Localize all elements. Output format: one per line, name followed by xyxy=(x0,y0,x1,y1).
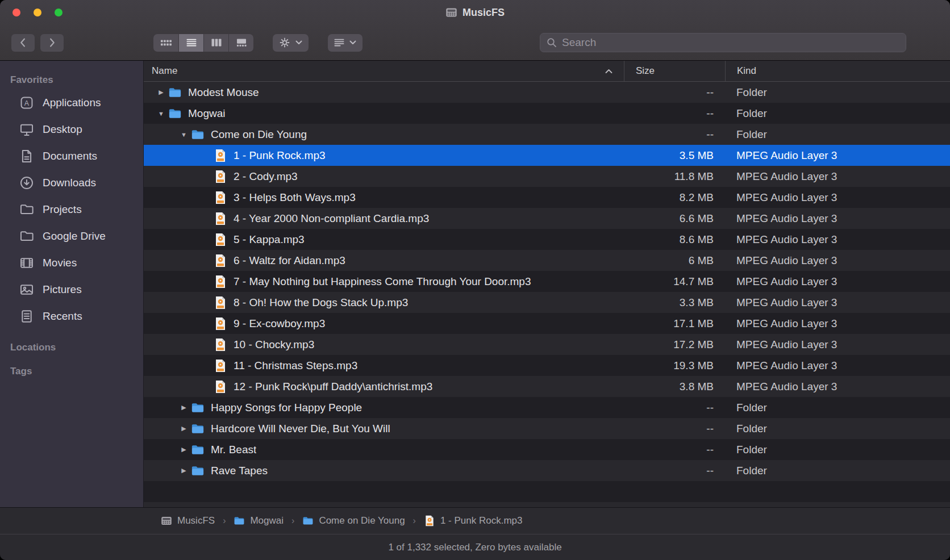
file-name: Come on Die Young xyxy=(211,128,307,141)
window-title: MusicFS xyxy=(445,7,505,19)
column-header-label: Size xyxy=(636,65,655,77)
traffic-light-zoom[interactable] xyxy=(55,9,63,16)
column-header-name[interactable]: Name xyxy=(144,61,624,81)
folder-row[interactable]: ▶Modest Mouse--Folder xyxy=(144,82,950,103)
sidebar-item-downloads[interactable]: Downloads xyxy=(0,169,143,196)
disclosure-closed-icon[interactable]: ▶ xyxy=(154,89,168,96)
drive-icon xyxy=(161,515,172,526)
folder-row[interactable]: ▼Mogwai--Folder xyxy=(144,103,950,124)
folder-row[interactable]: ▶Happy Songs for Happy People--Folder xyxy=(144,397,950,418)
icon-view-button[interactable] xyxy=(153,34,178,52)
back-button[interactable] xyxy=(11,34,35,52)
column-header-size[interactable]: Size xyxy=(624,61,725,81)
file-row[interactable]: 10 - Chocky.mp317.2 MBMPEG Audio Layer 3 xyxy=(144,334,950,355)
forward-button[interactable] xyxy=(40,34,64,52)
traffic-light-close[interactable] xyxy=(13,9,20,16)
file-row[interactable]: 4 - Year 2000 Non-compliant Cardia.mp36.… xyxy=(144,208,950,229)
file-size: 3.3 MB xyxy=(624,292,725,313)
disclosure-closed-icon[interactable]: ▶ xyxy=(177,404,191,411)
mp3-icon xyxy=(214,212,227,225)
file-size: 3.5 MB xyxy=(624,145,725,166)
sidebar-item-label: Downloads xyxy=(43,177,96,189)
path-bar: MusicFS›Mogwai›Come on Die Young›1 - Pun… xyxy=(0,507,950,534)
mp3-icon xyxy=(214,338,227,352)
search-input[interactable] xyxy=(562,36,899,49)
icon-view-icon xyxy=(160,39,172,47)
file-kind: Folder xyxy=(725,439,950,460)
traffic-lights xyxy=(13,0,63,25)
sidebar-item-pictures[interactable]: Pictures xyxy=(0,276,143,303)
file-size: -- xyxy=(624,124,725,145)
movies-icon xyxy=(19,256,34,270)
sidebar-item-documents[interactable]: Documents xyxy=(0,143,143,169)
file-row[interactable]: 1 - Punk Rock.mp33.5 MBMPEG Audio Layer … xyxy=(144,145,950,166)
sidebar-item-label: Desktop xyxy=(43,123,82,136)
file-row[interactable]: 11 - Christmas Steps.mp319.3 MBMPEG Audi… xyxy=(144,355,950,376)
disclosure-closed-icon[interactable]: ▶ xyxy=(177,425,191,432)
chevron-down-icon xyxy=(295,40,302,45)
disclosure-closed-icon[interactable]: ▶ xyxy=(177,467,191,474)
folder-row[interactable]: ▼Come on Die Young--Folder xyxy=(144,124,950,145)
mp3-icon xyxy=(424,515,435,526)
column-view-button[interactable] xyxy=(203,34,228,52)
path-item[interactable]: Mogwai xyxy=(234,515,284,526)
column-view-icon xyxy=(211,39,222,47)
file-row[interactable]: 9 - Ex-cowboy.mp317.1 MBMPEG Audio Layer… xyxy=(144,313,950,334)
file-row[interactable]: 3 - Helps Both Ways.mp38.2 MBMPEG Audio … xyxy=(144,187,950,208)
disclosure-open-icon[interactable]: ▼ xyxy=(154,110,168,117)
search-icon xyxy=(547,37,557,48)
sidebar-item-label: Movies xyxy=(43,257,77,269)
search-field[interactable] xyxy=(540,33,906,52)
folder-icon xyxy=(234,515,245,526)
mp3-icon xyxy=(214,254,227,268)
file-list: ▶Modest Mouse--Folder▼Mogwai--Folder▼Com… xyxy=(144,82,950,507)
sidebar-item-projects[interactable]: Projects xyxy=(0,196,143,223)
column-header-kind[interactable]: Kind xyxy=(725,61,950,81)
file-row[interactable]: 7 - May Nothing but Happiness Come Throu… xyxy=(144,271,950,292)
traffic-light-minimize[interactable] xyxy=(34,9,41,16)
view-switcher xyxy=(153,34,253,52)
path-item[interactable]: Come on Die Young xyxy=(302,515,405,526)
file-kind: Folder xyxy=(725,397,950,418)
sidebar-item-desktop[interactable]: Desktop xyxy=(0,116,143,143)
folder-row[interactable]: ▶Mr. Beast--Folder xyxy=(144,439,950,460)
action-menu-button[interactable] xyxy=(273,34,309,52)
folder-row[interactable]: ▶Hardcore Will Never Die, But You Will--… xyxy=(144,418,950,439)
list-view-button[interactable] xyxy=(178,34,203,52)
file-name: 8 - Oh! How the Dogs Stack Up.mp3 xyxy=(234,296,408,309)
sidebar-item-recents[interactable]: Recents xyxy=(0,303,143,329)
file-name: 6 - Waltz for Aidan.mp3 xyxy=(234,254,345,267)
path-separator-icon: › xyxy=(223,516,226,526)
sidebar-section-title: Locations xyxy=(0,342,143,353)
group-menu-button[interactable] xyxy=(328,34,363,52)
column-header-label: Name xyxy=(152,65,177,77)
sidebar-item-movies[interactable]: Movies xyxy=(0,249,143,276)
disclosure-closed-icon[interactable]: ▶ xyxy=(177,446,191,453)
sidebar-item-google-drive[interactable]: Google Drive xyxy=(0,223,143,249)
mp3-icon xyxy=(214,191,227,204)
file-row[interactable]: 6 - Waltz for Aidan.mp36 MBMPEG Audio La… xyxy=(144,250,950,271)
file-name: 5 - Kappa.mp3 xyxy=(234,233,305,246)
folder-icon xyxy=(191,464,205,478)
gallery-view-button[interactable] xyxy=(228,34,253,52)
path-item[interactable]: MusicFS xyxy=(161,515,215,526)
file-row[interactable]: 2 - Cody.mp311.8 MBMPEG Audio Layer 3 xyxy=(144,166,950,187)
path-item[interactable]: 1 - Punk Rock.mp3 xyxy=(424,515,523,526)
svg-text:A: A xyxy=(24,99,30,107)
disclosure-open-icon[interactable]: ▼ xyxy=(177,131,191,138)
file-name: Rave Tapes xyxy=(211,465,268,477)
file-size: 17.1 MB xyxy=(624,313,725,334)
file-size: -- xyxy=(624,103,725,124)
file-size: -- xyxy=(624,82,725,103)
folder-icon xyxy=(168,86,182,99)
file-kind: Folder xyxy=(725,103,950,124)
folder-row[interactable]: ▶Rave Tapes--Folder xyxy=(144,460,950,481)
sidebar-item-applications[interactable]: AApplications xyxy=(0,89,143,116)
file-row[interactable]: 5 - Kappa.mp38.6 MBMPEG Audio Layer 3 xyxy=(144,229,950,250)
file-kind: MPEG Audio Layer 3 xyxy=(725,376,950,397)
file-row[interactable]: 12 - Punk Rock\puff Daddy\antichrist.mp3… xyxy=(144,376,950,397)
mp3-icon xyxy=(214,359,227,373)
file-row[interactable]: 8 - Oh! How the Dogs Stack Up.mp33.3 MBM… xyxy=(144,292,950,313)
path-separator-icon: › xyxy=(291,516,294,526)
file-size: -- xyxy=(624,397,725,418)
